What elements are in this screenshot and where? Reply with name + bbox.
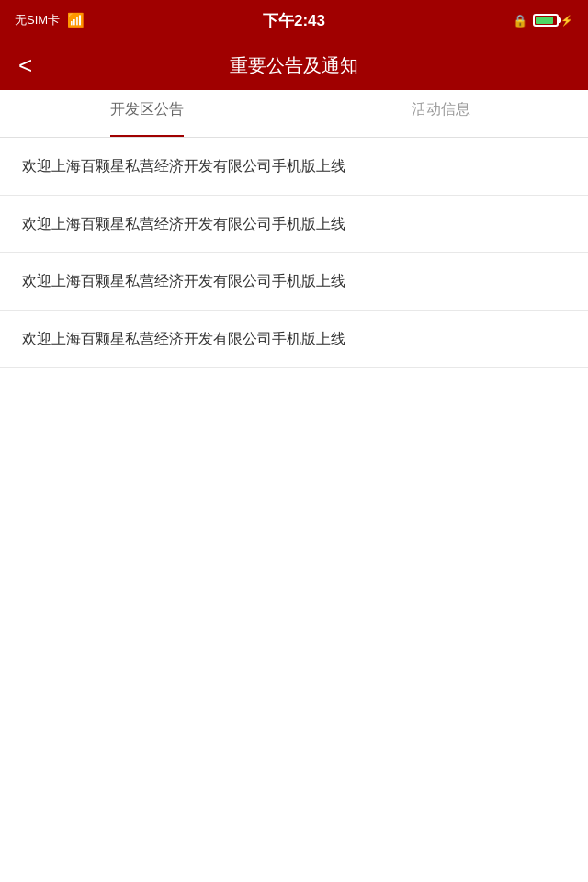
status-time: 下午2:43 [263, 10, 325, 31]
back-button[interactable]: < [18, 53, 32, 77]
list-item[interactable]: 欢迎上海百颗星私营经济开发有限公司手机版上线 [0, 311, 588, 368]
battery-body [533, 14, 559, 27]
lock-icon: 🔒 [513, 14, 527, 28]
content-area: 欢迎上海百颗星私营经济开发有限公司手机版上线欢迎上海百颗星私营经济开发有限公司手… [0, 138, 588, 882]
status-left: 无SIM卡 📶 [15, 12, 85, 28]
tab-active-indicator [110, 135, 184, 137]
tab-activity-label: 活动信息 [412, 102, 470, 126]
tab-dev-label: 开发区公告 [110, 102, 184, 126]
announcement-list: 欢迎上海百颗星私营经济开发有限公司手机版上线欢迎上海百颗星私营经济开发有限公司手… [0, 138, 588, 368]
announcement-text: 欢迎上海百颗星私营经济开发有限公司手机版上线 [22, 331, 345, 346]
nav-bar: < 重要公告及通知 [0, 40, 588, 90]
wifi-icon: 📶 [67, 12, 85, 28]
announcement-text: 欢迎上海百颗星私营经济开发有限公司手机版上线 [22, 216, 345, 232]
announcement-text: 欢迎上海百颗星私营经济开发有限公司手机版上线 [22, 158, 345, 174]
list-item[interactable]: 欢迎上海百颗星私营经济开发有限公司手机版上线 [0, 138, 588, 196]
tab-bar: 开发区公告 活动信息 [0, 90, 588, 138]
battery-indicator: ⚡ [533, 14, 573, 27]
announcement-text: 欢迎上海百颗星私营经济开发有限公司手机版上线 [22, 273, 345, 288]
status-right: 🔒 ⚡ [513, 14, 573, 28]
list-item[interactable]: 欢迎上海百颗星私营经济开发有限公司手机版上线 [0, 196, 588, 254]
charging-icon: ⚡ [560, 15, 573, 27]
battery-fill [536, 17, 553, 24]
tab-dev-zone[interactable]: 开发区公告 [0, 90, 294, 137]
status-bar: 无SIM卡 📶 下午2:43 🔒 ⚡ [0, 0, 588, 40]
carrier-text: 无SIM卡 [15, 12, 60, 28]
list-item[interactable]: 欢迎上海百颗星私营经济开发有限公司手机版上线 [0, 253, 588, 311]
page-title: 重要公告及通知 [230, 53, 358, 78]
tab-activity[interactable]: 活动信息 [294, 90, 588, 137]
